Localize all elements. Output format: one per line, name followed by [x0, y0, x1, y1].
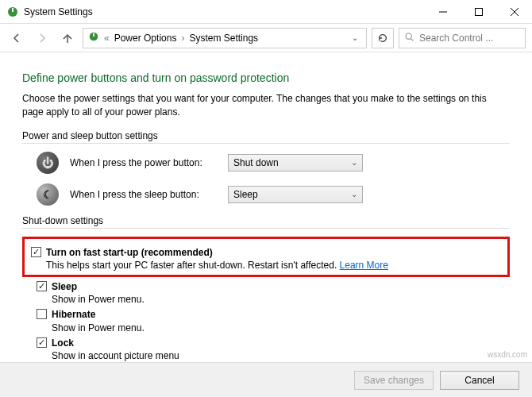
svg-point-9	[406, 33, 411, 39]
breadcrumb-item[interactable]: System Settings	[189, 33, 258, 44]
lock-checkbox[interactable]	[37, 337, 47, 348]
search-icon	[404, 32, 414, 44]
window-controls	[425, 0, 532, 24]
address-bar[interactable]: « Power Options › System Settings ⌄	[83, 28, 367, 48]
app-icon	[6, 6, 19, 18]
svg-line-10	[411, 38, 414, 40]
chevron-down-icon: ⌄	[351, 190, 357, 198]
search-placeholder: Search Control ...	[419, 33, 493, 44]
highlight-annotation: Turn on fast start-up (recommended) This…	[22, 237, 510, 277]
divider	[22, 228, 510, 229]
titlebar: System Settings	[0, 0, 532, 24]
lock-row: Lock Show in account picture menu	[37, 337, 510, 362]
chevron-right-icon: ›	[181, 33, 184, 44]
breadcrumb-sep-icon: «	[104, 33, 110, 44]
search-input[interactable]: Search Control ...	[399, 28, 526, 48]
refresh-button[interactable]	[372, 28, 394, 48]
fast-startup-label: Turn on fast start-up (recommended) This…	[46, 246, 388, 272]
address-dropdown-icon[interactable]: ⌄	[349, 33, 361, 42]
toolbar: « Power Options › System Settings ⌄ Sear…	[0, 24, 532, 52]
power-button-label: When I press the power button:	[70, 157, 217, 168]
breadcrumb-icon	[88, 31, 99, 44]
page-title: Define power buttons and turn on passwor…	[22, 71, 510, 84]
hibernate-row: Hibernate Show in Power menu.	[37, 308, 510, 333]
section-label-power: Power and sleep button settings	[22, 130, 510, 141]
forward-button[interactable]	[32, 28, 52, 48]
sleep-icon: ☾	[37, 183, 59, 206]
watermark: wsxdn.com	[488, 350, 527, 359]
divider	[22, 143, 510, 144]
back-button[interactable]	[6, 28, 27, 48]
fast-startup-row: Turn on fast start-up (recommended) This…	[31, 246, 503, 272]
page-description: Choose the power settings that you want …	[22, 92, 510, 119]
breadcrumb-item[interactable]: Power Options	[114, 33, 177, 44]
minimize-button[interactable]	[425, 0, 461, 24]
save-button[interactable]: Save changes	[354, 371, 434, 390]
svg-rect-1	[12, 8, 13, 12]
power-button-row: ⏻ When I press the power button: Shut do…	[37, 152, 510, 174]
chevron-down-icon: ⌄	[351, 158, 357, 167]
learn-more-link[interactable]: Learn More	[340, 260, 388, 271]
dropdown-value: Sleep	[233, 189, 258, 200]
svg-rect-3	[475, 8, 482, 15]
window-title: System Settings	[24, 6, 93, 17]
hibernate-checkbox[interactable]	[37, 309, 47, 319]
close-button[interactable]	[496, 0, 532, 24]
content-area: Define power buttons and turn on passwor…	[0, 52, 532, 362]
sleep-button-dropdown[interactable]: Sleep ⌄	[228, 186, 363, 203]
power-button-dropdown[interactable]: Shut down ⌄	[228, 154, 363, 172]
cancel-button[interactable]: Cancel	[440, 371, 519, 390]
dropdown-value: Shut down	[233, 157, 279, 168]
section-label-shutdown: Shut-down settings	[22, 215, 510, 226]
sleep-label: Sleep Show in Power menu.	[52, 280, 145, 306]
up-button[interactable]	[57, 28, 78, 48]
footer: Save changes Cancel	[0, 362, 532, 397]
power-icon: ⏻	[37, 152, 59, 174]
maximize-button[interactable]	[461, 0, 496, 24]
svg-rect-8	[93, 33, 94, 37]
lock-label: Lock Show in account picture menu	[52, 337, 179, 362]
sleep-row: Sleep Show in Power menu.	[37, 280, 510, 306]
sleep-button-row: ☾ When I press the sleep button: Sleep ⌄	[37, 183, 510, 206]
sleep-checkbox[interactable]	[37, 281, 47, 291]
sleep-button-label: When I press the sleep button:	[70, 189, 217, 200]
hibernate-label: Hibernate Show in Power menu.	[52, 308, 145, 333]
fast-startup-checkbox[interactable]	[31, 247, 41, 257]
